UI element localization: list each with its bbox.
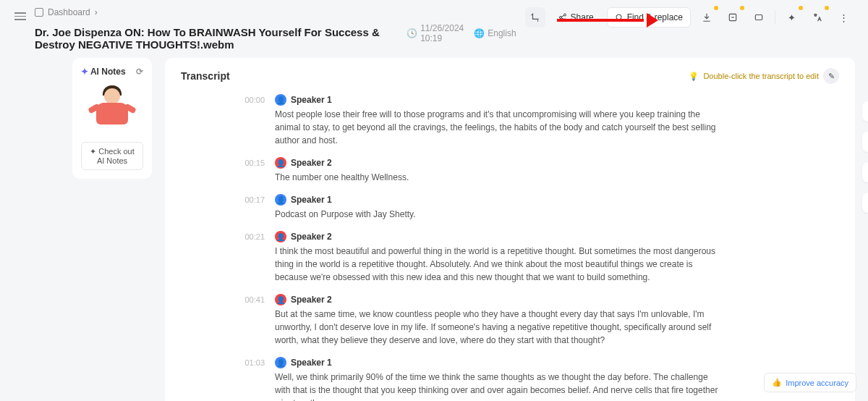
timestamp: 00:41 xyxy=(239,294,265,347)
svg-point-3 xyxy=(616,14,621,20)
comment-icon[interactable] xyxy=(862,162,868,182)
speaker-avatar: 👤 xyxy=(275,194,286,206)
speaker-label: 👤Speaker 2 xyxy=(275,294,839,305)
check-ai-notes-button[interactable]: ✦ Check out AI Notes xyxy=(81,142,143,170)
edit-hint: 💡 Double-click the transcript to edit ✎ xyxy=(689,68,839,84)
speaker-avatar: 👤 xyxy=(275,294,286,305)
bookmark-icon[interactable] xyxy=(862,132,868,152)
segment-text[interactable]: But at the same time, we know countless … xyxy=(275,308,723,347)
clock-icon[interactable] xyxy=(862,193,868,213)
breadcrumb-home[interactable]: Dashboard xyxy=(48,7,90,17)
timestamp: 00:21 xyxy=(239,231,265,284)
speaker-avatar: 👤 xyxy=(275,94,286,106)
speaker-label: 👤Speaker 2 xyxy=(275,231,839,242)
speaker-label: 👤Speaker 1 xyxy=(275,357,839,368)
share-button[interactable]: Share xyxy=(551,7,601,28)
meta-language: 🌐 English xyxy=(474,28,516,38)
transcript-segment[interactable]: 00:15 👤Speaker 2 The number one healthy … xyxy=(181,157,839,184)
separator xyxy=(775,11,775,24)
transcript-segment[interactable]: 00:41 👤Speaker 2 But at the same time, w… xyxy=(181,294,839,347)
transcript-panel: Transcript 💡 Double-click the transcript… xyxy=(165,58,855,401)
segment-text[interactable]: Well, we think primarily 90% of the time… xyxy=(275,371,723,401)
meta-date: 🕓 11/26/2024 10:19 xyxy=(407,23,464,43)
speaker-avatar: 👤 xyxy=(275,231,286,242)
timestamp: 00:00 xyxy=(239,94,265,147)
edit-icon[interactable]: ✎ xyxy=(823,68,839,84)
dashboard-icon xyxy=(35,8,43,17)
side-rail: ✦ xyxy=(862,101,868,213)
speaker-label: 👤Speaker 2 xyxy=(275,157,839,169)
speaker-label: 👤Speaker 1 xyxy=(275,194,839,206)
ai-notes-panel: ✦ AI Notes ⟳ ✦ Check out AI Notes xyxy=(72,58,152,179)
settings-icon[interactable] xyxy=(749,7,769,28)
breadcrumb: Dashboard › xyxy=(35,7,516,17)
find-replace-button[interactable]: Find & replace xyxy=(607,7,691,28)
svg-point-1 xyxy=(559,17,561,19)
download-icon[interactable] xyxy=(697,7,717,28)
crop-icon[interactable] xyxy=(525,7,545,28)
transcript-segment[interactable]: 00:17 👤Speaker 1 Podcast on Purpose with… xyxy=(181,194,839,221)
transcript-segment[interactable]: 01:03 👤Speaker 1 Well, we think primaril… xyxy=(181,357,839,401)
sparkle-icon[interactable]: ✦ xyxy=(781,7,801,28)
speaker-label: 👤Speaker 1 xyxy=(275,94,839,106)
segment-text[interactable]: Most people lose their free will to thos… xyxy=(275,108,723,147)
transcript-heading: Transcript xyxy=(181,70,230,82)
speaker-avatar: 👤 xyxy=(275,357,286,368)
improve-accuracy-button[interactable]: 👍 Improve accuracy xyxy=(764,373,856,392)
svg-point-2 xyxy=(563,19,566,21)
chevron-right-icon: › xyxy=(95,7,98,17)
translate-icon[interactable] xyxy=(807,7,827,28)
export-icon[interactable] xyxy=(723,7,743,28)
svg-point-0 xyxy=(563,14,566,16)
segment-text[interactable]: The number one healthy Wellness. xyxy=(275,171,723,184)
timestamp: 00:17 xyxy=(239,194,265,221)
transcript-segment[interactable]: 00:21 👤Speaker 2 I think the most beauti… xyxy=(181,231,839,284)
illustration xyxy=(80,84,145,135)
timestamp: 01:03 xyxy=(239,357,265,401)
svg-rect-5 xyxy=(755,15,762,20)
menu-icon[interactable] xyxy=(14,10,26,22)
ai-icon[interactable]: ✦ xyxy=(862,101,868,122)
timestamp: 00:15 xyxy=(239,157,265,184)
segment-text[interactable]: I think the most beautiful and powerful … xyxy=(275,245,723,284)
transcript-segment[interactable]: 00:00 👤Speaker 1 Most people lose their … xyxy=(181,94,839,147)
expand-icon[interactable]: ⟳ xyxy=(136,67,143,77)
more-icon[interactable]: ⋮ xyxy=(833,7,854,28)
segment-text[interactable]: Podcast on Purpose with Jay Shetty. xyxy=(275,208,723,221)
ai-notes-title: ✦ AI Notes xyxy=(81,67,126,77)
speaker-avatar: 👤 xyxy=(275,157,286,169)
page-title: Dr. Joe Dispenza ON: How To BRAINWASH Yo… xyxy=(35,26,383,51)
